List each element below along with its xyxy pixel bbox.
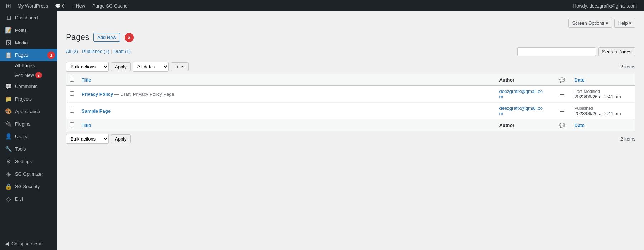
sidebar-item-label: SG Security: [15, 184, 40, 189]
adminbar-new[interactable]: + New: [68, 0, 89, 11]
sidebar-item-appearance[interactable]: 🎨 Appearance: [0, 105, 57, 118]
table-row: Sample Page deezgrafix@gmail.com — Publi…: [66, 103, 635, 119]
search-bar: Search Pages: [517, 47, 635, 56]
sidebar-item-users[interactable]: 👤 Users: [0, 130, 57, 143]
footer-comment-icon: 💬: [559, 123, 565, 128]
filter-draft-link[interactable]: Draft (1): [113, 49, 131, 54]
search-pages-button[interactable]: Search Pages: [598, 47, 635, 56]
media-icon: 🖼: [5, 39, 12, 46]
projects-icon: 📁: [5, 95, 12, 102]
add-new-button[interactable]: Add New: [93, 33, 120, 42]
sidebar-item-plugins[interactable]: 🔌 Plugins: [0, 118, 57, 130]
sg-optimizer-icon: ◈: [5, 171, 12, 177]
sidebar-item-label: Tools: [15, 146, 26, 152]
filter-links: All (2) | Published (1) | Draft (1): [66, 49, 131, 54]
sidebar-item-dashboard[interactable]: ⊞ Dashboard: [0, 11, 57, 24]
row-checkbox[interactable]: [70, 91, 74, 96]
select-all-header[interactable]: [66, 74, 78, 86]
author-link[interactable]: deezgrafix@gmail.com: [499, 106, 543, 116]
row-checkbox[interactable]: [70, 108, 74, 113]
title-column-header[interactable]: Title: [78, 74, 496, 86]
footer-date-header[interactable]: Date: [571, 119, 635, 131]
sidebar-item-label: Comments: [15, 84, 38, 89]
footer-title-header[interactable]: Title: [78, 119, 496, 131]
apply-button-top[interactable]: Apply: [111, 62, 131, 71]
plugins-icon: 🔌: [5, 121, 12, 127]
sidebar-item-pages[interactable]: 📋 Pages 1: [0, 49, 57, 61]
posts-icon: 📝: [5, 27, 12, 34]
table-row: Privacy Policy — Draft, Privacy Policy P…: [66, 86, 635, 103]
settings-icon: ⚙: [5, 158, 12, 165]
comments-icon: 💬: [5, 83, 12, 90]
row-date-cell: Last Modified 2023/06/26 at 2:41 pm: [571, 86, 635, 103]
adminbar-purge-cache[interactable]: Purge SG Cache: [89, 0, 131, 11]
apply-button-bottom[interactable]: Apply: [111, 134, 131, 143]
footer-checkbox-header[interactable]: [66, 119, 78, 131]
search-pages-input[interactable]: [517, 47, 596, 56]
page-meta: — Draft, Privacy Policy Page: [114, 92, 174, 97]
admin-bar: ⊞ My WordPress 💬 0 + New Purge SG Cache …: [0, 0, 644, 11]
table-footer-row: Title Author 💬 Date: [66, 119, 635, 131]
sidebar-item-label: SG Optimizer: [15, 171, 43, 177]
users-icon: 👤: [5, 133, 12, 140]
all-dates-select[interactable]: All dates: [133, 62, 169, 72]
sidebar-item-comments[interactable]: 💬 Comments: [0, 80, 57, 93]
wp-logo-icon[interactable]: ⊞: [3, 2, 14, 10]
author-link[interactable]: deezgrafix@gmail.com: [499, 89, 543, 99]
row-checkbox-cell[interactable]: [66, 103, 78, 119]
sidebar-item-divi[interactable]: ◇ Divi: [0, 193, 57, 205]
footer-comments-header: 💬: [553, 119, 571, 131]
sidebar-item-sg-security[interactable]: 🔒 SG Security: [0, 180, 57, 193]
comment-bubble-icon: 💬: [559, 77, 565, 83]
date-value: 2023/06/26 at 2:41 pm: [575, 94, 621, 99]
submenu-all-pages[interactable]: All Pages: [0, 61, 57, 70]
divi-icon: ◇: [5, 196, 12, 202]
sidebar-item-sg-optimizer[interactable]: ◈ SG Optimizer: [0, 168, 57, 180]
sidebar-item-label: Plugins: [15, 121, 30, 127]
main-content: Screen Options ▾ Help ▾ Pages Add New 3 …: [57, 11, 644, 250]
pages-submenu: All Pages Add New 2: [0, 61, 57, 80]
adminbar-site-name[interactable]: My WordPress: [14, 0, 52, 11]
author-column-header: Author: [496, 74, 553, 86]
row-checkbox-cell[interactable]: [66, 86, 78, 103]
filter-published-link[interactable]: Published (1): [82, 49, 109, 54]
screen-options-button[interactable]: Screen Options ▾: [568, 19, 612, 28]
page-title-link[interactable]: Sample Page: [82, 108, 111, 114]
row-author-cell: deezgrafix@gmail.com: [496, 86, 553, 103]
comments-value: —: [560, 92, 564, 97]
date-column-header[interactable]: Date: [571, 74, 635, 86]
bulk-actions-select-bottom[interactable]: Bulk actions: [66, 134, 109, 144]
items-count-top: 2 items: [620, 64, 635, 69]
sg-security-icon: 🔒: [5, 183, 12, 190]
filter-all-link[interactable]: All (2): [66, 49, 78, 54]
separator: |: [111, 49, 112, 54]
sidebar-item-settings[interactable]: ⚙ Settings: [0, 155, 57, 168]
pages-table: Title Author 💬 Date Privacy Policy — Dra…: [66, 74, 635, 131]
page-heading: Pages Add New 3: [66, 33, 635, 42]
collapse-arrow-icon: ◀: [5, 241, 9, 246]
select-all-checkbox[interactable]: [70, 77, 74, 82]
sidebar-item-label: Appearance: [15, 109, 40, 114]
adminbar-comments[interactable]: 💬 0: [52, 0, 68, 11]
sidebar-item-media[interactable]: 🖼 Media: [0, 36, 57, 49]
row-title-cell: Privacy Policy — Draft, Privacy Policy P…: [78, 86, 496, 103]
submenu-add-new-page[interactable]: Add New 2: [0, 70, 57, 80]
sidebar-item-posts[interactable]: 📝 Posts: [0, 24, 57, 36]
sidebar-item-label: Divi: [15, 196, 23, 202]
filter-button[interactable]: Filter: [171, 62, 189, 71]
page-title: Pages: [66, 33, 89, 42]
collapse-label: Collapse menu: [11, 241, 43, 246]
sidebar-item-label: Pages: [15, 52, 28, 58]
footer-select-all-checkbox[interactable]: [70, 122, 74, 127]
help-button[interactable]: Help ▾: [614, 19, 635, 28]
bulk-actions-select-top[interactable]: Bulk actions: [66, 62, 109, 72]
add-new-badge: 2: [35, 72, 42, 78]
collapse-menu[interactable]: ◀ Collapse menu: [0, 237, 57, 250]
page-title-link[interactable]: Privacy Policy: [82, 92, 113, 97]
sidebar: ⊞ Dashboard 📝 Posts 🖼 Media 📋 Pages 1 Al…: [0, 11, 57, 250]
date-status: Published: [575, 106, 594, 111]
sidebar-item-tools[interactable]: 🔧 Tools: [0, 143, 57, 155]
add-new-label: Add New: [15, 73, 34, 78]
sidebar-item-projects[interactable]: 📁 Projects: [0, 93, 57, 105]
top-actions-bar: Screen Options ▾ Help ▾: [66, 19, 635, 28]
